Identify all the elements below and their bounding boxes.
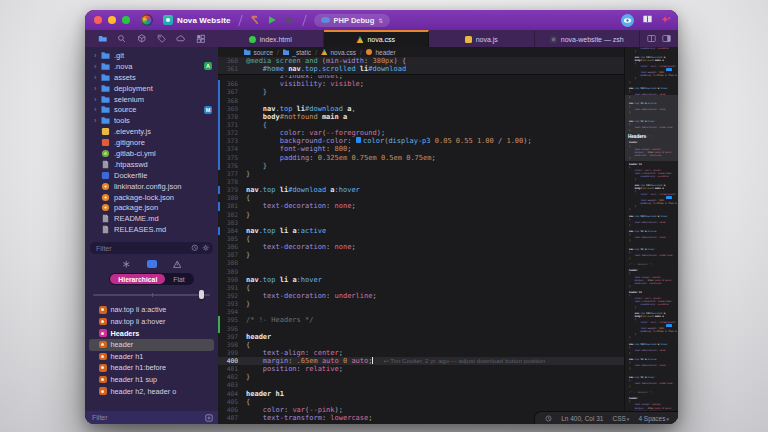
code-line[interactable]: 381 text-decoration: none; bbox=[218, 202, 624, 210]
file-tree-item[interactable]: .gitlab-ci.yml bbox=[85, 148, 218, 159]
symbol-item[interactable]: nav.top li a:active bbox=[89, 304, 214, 316]
toggle-panel-icon[interactable] bbox=[662, 34, 671, 43]
code-line[interactable]: 403 bbox=[218, 381, 624, 389]
code-line[interactable]: 378 bbox=[218, 178, 624, 186]
minimize-window-button[interactable] bbox=[108, 16, 116, 24]
code-line[interactable]: 380{ bbox=[218, 194, 624, 202]
code-line[interactable]: 369 nav.top li#download a, bbox=[218, 105, 624, 113]
remote-icon[interactable] bbox=[175, 33, 187, 45]
zoom-window-button[interactable] bbox=[122, 16, 130, 24]
build-icon[interactable] bbox=[136, 33, 148, 45]
code-line[interactable]: 383 bbox=[218, 219, 624, 227]
code-line[interactable]: 394 bbox=[218, 308, 624, 316]
symbol-item[interactable]: header h1 sup bbox=[89, 374, 214, 386]
add-filter-icon[interactable] bbox=[205, 414, 213, 422]
code-line[interactable]: 398{ bbox=[218, 341, 624, 349]
code-line[interactable]: 376 } bbox=[218, 162, 624, 170]
minimap-viewport[interactable] bbox=[625, 95, 678, 161]
file-tree-item[interactable]: ›tools bbox=[85, 115, 218, 126]
code-line[interactable]: 374 font-weight: 800; bbox=[218, 145, 624, 153]
editor-pane[interactable]: source/_static/nova.css/header 360@media… bbox=[218, 47, 678, 424]
code-line[interactable]: 370 body#notfound main a bbox=[218, 113, 624, 121]
tags-icon[interactable] bbox=[155, 33, 167, 45]
code-line[interactable]: 405{ bbox=[218, 398, 624, 406]
code-line[interactable]: 372 color: var(--foreground); bbox=[218, 129, 624, 137]
code-line[interactable]: 404header h1 bbox=[218, 390, 624, 398]
language-selector[interactable]: CSS▾ bbox=[612, 415, 629, 422]
segmented-option-hierarchical[interactable]: Hierarchical bbox=[110, 274, 165, 284]
file-tree-item[interactable]: .htpasswd bbox=[85, 159, 218, 170]
code-line[interactable]: 367 } bbox=[218, 88, 624, 96]
code-line[interactable]: 391{ bbox=[218, 284, 624, 292]
code-line[interactable]: 366 visibility: visible; bbox=[218, 80, 624, 88]
file-tree-item[interactable]: ›.git bbox=[85, 50, 218, 61]
symbols-depth-slider[interactable] bbox=[93, 290, 210, 299]
code-line[interactable]: 390nav.top li a:hover bbox=[218, 276, 624, 284]
file-tree-item[interactable]: .eleventy.js bbox=[85, 126, 218, 137]
code-line[interactable]: 385{ bbox=[218, 235, 624, 243]
code-line[interactable]: 386 text-decoration: none; bbox=[218, 243, 624, 251]
code-line[interactable]: 389 bbox=[218, 268, 624, 276]
project-switcher[interactable]: Nova Website bbox=[163, 15, 231, 25]
breadcrumb-item[interactable]: header bbox=[375, 49, 395, 56]
symbol-item[interactable]: header h2, header o bbox=[89, 385, 214, 397]
indent-selector[interactable]: 4 Spaces▾ bbox=[638, 415, 669, 422]
code-line[interactable]: 388 bbox=[218, 259, 624, 267]
file-tree-item[interactable]: ›deployment bbox=[85, 83, 218, 94]
code-line[interactable]: 382} bbox=[218, 211, 624, 219]
file-tree-item[interactable]: Dockerfile bbox=[85, 170, 218, 181]
run-button[interactable] bbox=[267, 15, 278, 26]
code-line[interactable]: 399 text-align: center; bbox=[218, 349, 624, 357]
chevron-right-icon[interactable]: › bbox=[94, 63, 101, 70]
chevron-right-icon[interactable]: › bbox=[94, 74, 101, 81]
code-line[interactable]: 397header bbox=[218, 333, 624, 341]
cursor-position[interactable]: Ln 400, Col 31 bbox=[561, 415, 603, 422]
code-line[interactable]: 395/* !- Headers */ bbox=[218, 316, 624, 324]
file-tree-item[interactable]: linkinator.config.json bbox=[85, 181, 218, 192]
breadcrumb-item[interactable]: nova.css bbox=[330, 49, 356, 56]
code-line[interactable]: 392 text-decoration: underline; bbox=[218, 292, 624, 300]
symbols-filter-input[interactable] bbox=[94, 244, 188, 253]
close-window-button[interactable] bbox=[94, 16, 102, 24]
tab-nova-js[interactable]: nova.js bbox=[429, 30, 535, 47]
file-tree-item[interactable]: ›sourceM bbox=[85, 104, 218, 115]
minimap[interactable]: visibility: visible; } nav.top li#downlo… bbox=[624, 47, 678, 424]
symbol-item[interactable]: nav.top li a:hover bbox=[89, 316, 214, 328]
task-selector[interactable]: PHP Debug ⇅ bbox=[314, 14, 391, 27]
code-line[interactable]: 387} bbox=[218, 251, 624, 259]
code-line[interactable]: 400 margin: .65em auto 0 auto;↩ Tim Coul… bbox=[218, 357, 624, 365]
file-tree-item[interactable]: package.json bbox=[85, 202, 218, 213]
code-line[interactable]: 375 padding: 0.325em 0.75em 0.5em 0.75em… bbox=[218, 154, 624, 162]
code-line[interactable]: 373 background-color: color(display-p3 0… bbox=[218, 137, 624, 145]
slider-thumb[interactable] bbox=[199, 290, 204, 299]
file-tree-item[interactable]: package-lock.json bbox=[85, 192, 218, 203]
symbol-item[interactable]: header h1:before bbox=[89, 362, 214, 374]
chevron-right-icon[interactable]: › bbox=[94, 52, 101, 59]
tree-filter-input[interactable] bbox=[90, 413, 201, 422]
symbol-item[interactable]: header bbox=[89, 339, 214, 351]
code-line[interactable]: 360@media screen and (min-width: 380px) … bbox=[218, 57, 624, 65]
file-tree-item[interactable]: ›selenium bbox=[85, 94, 218, 105]
segmented-option-flat[interactable]: Flat bbox=[165, 274, 192, 284]
reports-icon[interactable] bbox=[194, 33, 206, 45]
code-line[interactable]: 371 { bbox=[218, 121, 624, 129]
chevron-right-icon[interactable]: › bbox=[94, 85, 101, 92]
code-area[interactable]: 360@media screen and (min-width: 380px) … bbox=[218, 57, 624, 424]
split-editor-icon[interactable] bbox=[647, 34, 656, 43]
symbols-list-icon[interactable] bbox=[147, 260, 157, 268]
gear-icon[interactable] bbox=[202, 244, 210, 252]
preview-eye-button[interactable] bbox=[621, 14, 634, 27]
chevron-right-icon[interactable]: › bbox=[94, 106, 101, 113]
symbol-item[interactable]: header h1 bbox=[89, 351, 214, 363]
code-line[interactable]: 361 #home nav.top.scrolled li#download bbox=[218, 65, 624, 73]
file-tree-item[interactable]: .gitignore bbox=[85, 137, 218, 148]
code-line[interactable]: 402} bbox=[218, 373, 624, 381]
breadcrumb-item[interactable]: source bbox=[254, 49, 274, 56]
issues-warning-icon[interactable] bbox=[173, 260, 182, 269]
docs-book-button[interactable] bbox=[642, 11, 653, 29]
tab-nova-website-zsh[interactable]: nova-website — zsh bbox=[535, 30, 641, 47]
code-line[interactable]: 368 bbox=[218, 97, 624, 105]
tab-nova-css[interactable]: nova.css bbox=[324, 30, 430, 47]
symbol-item[interactable]: Headers bbox=[89, 327, 214, 339]
search-icon[interactable] bbox=[116, 33, 128, 45]
